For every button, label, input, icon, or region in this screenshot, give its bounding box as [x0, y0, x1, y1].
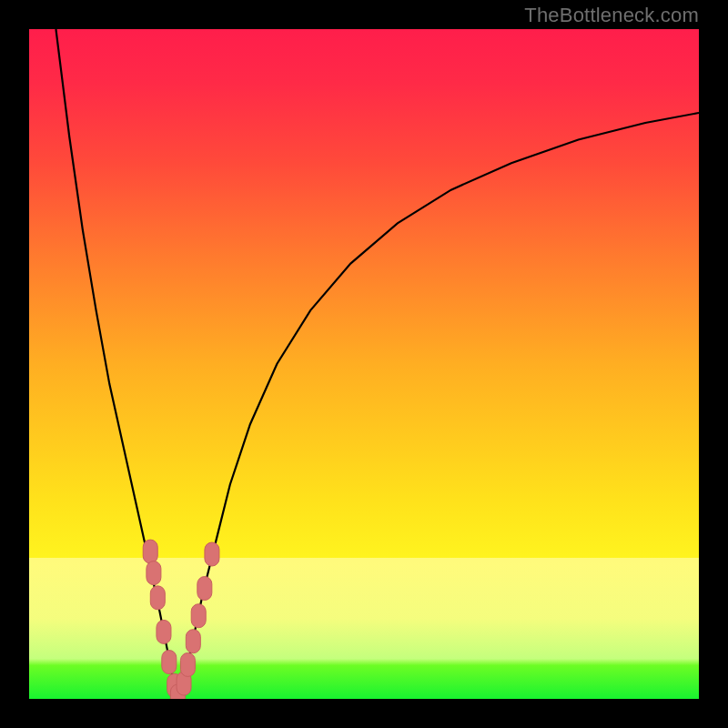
marker-point — [157, 620, 171, 643]
watermark-text: TheBottleneck.com — [524, 4, 699, 27]
marker-point — [147, 561, 161, 585]
marker-point — [191, 604, 206, 628]
marker-point — [143, 540, 157, 563]
chart-svg — [29, 29, 699, 699]
markers-group — [143, 540, 219, 699]
marker-point — [162, 651, 177, 674]
marker-point — [186, 630, 200, 653]
chart-frame: TheBottleneck.com — [0, 0, 728, 728]
marker-point — [205, 542, 219, 566]
curve-right — [177, 113, 699, 699]
marker-point — [180, 652, 195, 676]
marker-point — [197, 577, 212, 601]
marker-point — [150, 586, 165, 610]
